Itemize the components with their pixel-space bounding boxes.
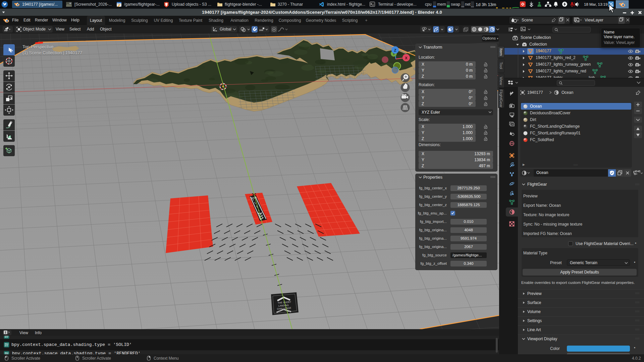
svg-text:Z: Z — [394, 48, 396, 52]
svg-text:X: X — [405, 56, 408, 60]
svg-text:STOP: STOP — [251, 197, 257, 199]
